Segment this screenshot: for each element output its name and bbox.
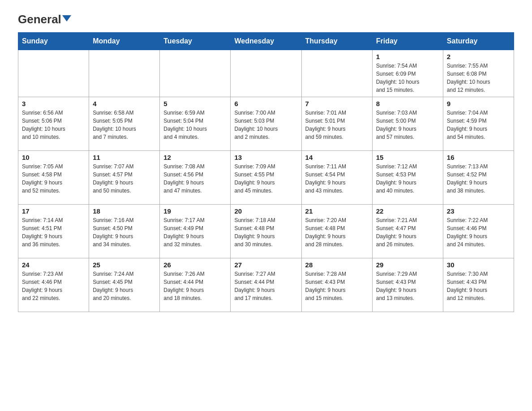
calendar-cell: 18Sunrise: 7:16 AM Sunset: 4:50 PM Dayli… [89,205,160,258]
calendar-cell: 9Sunrise: 7:04 AM Sunset: 4:59 PM Daylig… [443,97,514,151]
day-info: Sunrise: 7:29 AM Sunset: 4:43 PM Dayligh… [376,270,439,302]
day-info: Sunrise: 7:21 AM Sunset: 4:47 PM Dayligh… [376,216,439,248]
calendar-cell [301,50,372,97]
calendar-cell: 5Sunrise: 6:59 AM Sunset: 5:04 PM Daylig… [160,97,231,151]
day-info: Sunrise: 7:24 AM Sunset: 4:45 PM Dayligh… [93,270,156,302]
calendar-cell: 8Sunrise: 7:03 AM Sunset: 5:00 PM Daylig… [372,97,443,151]
calendar-cell: 11Sunrise: 7:07 AM Sunset: 4:57 PM Dayli… [89,151,160,205]
day-number: 12 [163,154,227,161]
calendar-cell: 12Sunrise: 7:08 AM Sunset: 4:56 PM Dayli… [160,151,231,205]
day-number: 23 [447,207,510,215]
calendar-cell: 6Sunrise: 7:00 AM Sunset: 5:03 PM Daylig… [231,97,301,151]
day-number: 22 [376,207,439,215]
calendar-cell: 22Sunrise: 7:21 AM Sunset: 4:47 PM Dayli… [372,205,443,258]
day-info: Sunrise: 7:00 AM Sunset: 5:03 PM Dayligh… [234,109,297,141]
calendar-cell: 10Sunrise: 7:05 AM Sunset: 4:58 PM Dayli… [18,151,89,205]
day-number: 28 [305,261,369,269]
calendar-cell: 16Sunrise: 7:13 AM Sunset: 4:52 PM Dayli… [443,151,514,205]
day-number: 29 [376,261,439,269]
calendar-cell: 1Sunrise: 7:54 AM Sunset: 6:09 PM Daylig… [372,50,443,97]
day-info: Sunrise: 7:09 AM Sunset: 4:55 PM Dayligh… [234,163,297,195]
calendar-cell: 27Sunrise: 7:27 AM Sunset: 4:44 PM Dayli… [231,258,301,312]
day-info: Sunrise: 7:17 AM Sunset: 4:49 PM Dayligh… [163,216,227,248]
day-info: Sunrise: 7:23 AM Sunset: 4:46 PM Dayligh… [22,270,85,302]
day-info: Sunrise: 7:11 AM Sunset: 4:54 PM Dayligh… [305,163,369,195]
calendar-cell: 26Sunrise: 7:26 AM Sunset: 4:44 PM Dayli… [160,258,231,312]
day-header-saturday: Saturday [443,33,514,50]
day-header-tuesday: Tuesday [160,33,231,50]
calendar-cell: 30Sunrise: 7:30 AM Sunset: 4:43 PM Dayli… [443,258,514,312]
day-number: 15 [376,154,439,161]
day-info: Sunrise: 7:01 AM Sunset: 5:01 PM Dayligh… [305,109,369,141]
calendar-cell [231,50,301,97]
day-number: 8 [376,100,439,107]
day-number: 2 [447,53,510,60]
calendar-cell: 2Sunrise: 7:55 AM Sunset: 6:08 PM Daylig… [443,50,514,97]
day-info: Sunrise: 6:56 AM Sunset: 5:06 PM Dayligh… [22,109,85,141]
day-number: 1 [376,53,439,60]
day-number: 20 [234,207,297,215]
calendar-week-row: 1Sunrise: 7:54 AM Sunset: 6:09 PM Daylig… [18,50,514,97]
calendar-week-row: 10Sunrise: 7:05 AM Sunset: 4:58 PM Dayli… [18,151,514,205]
calendar-cell: 14Sunrise: 7:11 AM Sunset: 4:54 PM Dayli… [301,151,372,205]
calendar-cell: 15Sunrise: 7:12 AM Sunset: 4:53 PM Dayli… [372,151,443,205]
calendar-cell: 3Sunrise: 6:56 AM Sunset: 5:06 PM Daylig… [18,97,89,151]
calendar-week-row: 17Sunrise: 7:14 AM Sunset: 4:51 PM Dayli… [18,205,514,258]
calendar-cell: 25Sunrise: 7:24 AM Sunset: 4:45 PM Dayli… [89,258,160,312]
calendar-cell: 28Sunrise: 7:28 AM Sunset: 4:43 PM Dayli… [301,258,372,312]
day-header-wednesday: Wednesday [231,33,301,50]
day-number: 7 [305,100,369,107]
calendar-cell: 29Sunrise: 7:29 AM Sunset: 4:43 PM Dayli… [372,258,443,312]
calendar-cell [160,50,231,97]
day-number: 16 [447,154,510,161]
calendar-week-row: 3Sunrise: 6:56 AM Sunset: 5:06 PM Daylig… [18,97,514,151]
day-header-friday: Friday [372,33,443,50]
day-info: Sunrise: 7:16 AM Sunset: 4:50 PM Dayligh… [93,216,156,248]
calendar-cell: 4Sunrise: 6:58 AM Sunset: 5:05 PM Daylig… [89,97,160,151]
day-info: Sunrise: 7:12 AM Sunset: 4:53 PM Dayligh… [376,163,439,195]
day-info: Sunrise: 6:59 AM Sunset: 5:04 PM Dayligh… [163,109,227,141]
calendar-cell: 24Sunrise: 7:23 AM Sunset: 4:46 PM Dayli… [18,258,89,312]
calendar-cell [89,50,160,97]
day-info: Sunrise: 7:28 AM Sunset: 4:43 PM Dayligh… [305,270,369,302]
day-info: Sunrise: 7:27 AM Sunset: 4:44 PM Dayligh… [234,270,297,302]
day-number: 11 [93,154,156,161]
calendar-table: SundayMondayTuesdayWednesdayThursdayFrid… [18,32,514,312]
day-number: 18 [93,207,156,215]
logo: General [18,13,71,23]
calendar-cell: 23Sunrise: 7:22 AM Sunset: 4:46 PM Dayli… [443,205,514,258]
day-info: Sunrise: 7:55 AM Sunset: 6:08 PM Dayligh… [447,62,510,94]
day-number: 24 [22,261,85,269]
day-info: Sunrise: 7:07 AM Sunset: 4:57 PM Dayligh… [93,163,156,195]
day-number: 4 [93,100,156,107]
logo-triangle-icon [62,15,71,21]
day-number: 30 [447,261,510,269]
day-number: 9 [447,100,510,107]
day-header-sunday: Sunday [18,33,89,50]
day-header-monday: Monday [89,33,160,50]
day-info: Sunrise: 7:30 AM Sunset: 4:43 PM Dayligh… [447,270,510,302]
day-info: Sunrise: 7:26 AM Sunset: 4:44 PM Dayligh… [163,270,227,302]
day-number: 10 [22,154,85,161]
calendar-cell: 7Sunrise: 7:01 AM Sunset: 5:01 PM Daylig… [301,97,372,151]
day-number: 25 [93,261,156,269]
day-number: 13 [234,154,297,161]
day-info: Sunrise: 7:18 AM Sunset: 4:48 PM Dayligh… [234,216,297,248]
day-info: Sunrise: 7:54 AM Sunset: 6:09 PM Dayligh… [376,62,439,94]
day-number: 3 [22,100,85,107]
day-header-thursday: Thursday [301,33,372,50]
day-number: 14 [305,154,369,161]
logo-line1: General [18,13,71,25]
day-number: 26 [163,261,227,269]
day-info: Sunrise: 7:20 AM Sunset: 4:48 PM Dayligh… [305,216,369,248]
calendar-cell: 20Sunrise: 7:18 AM Sunset: 4:48 PM Dayli… [231,205,301,258]
calendar-cell: 13Sunrise: 7:09 AM Sunset: 4:55 PM Dayli… [231,151,301,205]
day-info: Sunrise: 6:58 AM Sunset: 5:05 PM Dayligh… [93,109,156,141]
page-header: General [18,13,514,23]
day-info: Sunrise: 7:05 AM Sunset: 4:58 PM Dayligh… [22,163,85,195]
day-info: Sunrise: 7:08 AM Sunset: 4:56 PM Dayligh… [163,163,227,195]
calendar-cell: 21Sunrise: 7:20 AM Sunset: 4:48 PM Dayli… [301,205,372,258]
day-info: Sunrise: 7:04 AM Sunset: 4:59 PM Dayligh… [447,109,510,141]
day-info: Sunrise: 7:03 AM Sunset: 5:00 PM Dayligh… [376,109,439,141]
day-number: 6 [234,100,297,107]
